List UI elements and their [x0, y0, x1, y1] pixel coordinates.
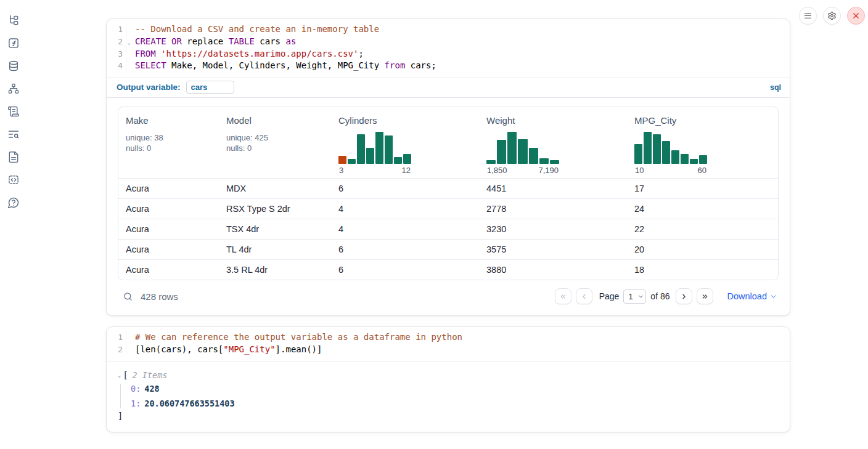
histogram-bar[interactable]	[403, 154, 411, 164]
table-cell: 3575	[479, 245, 627, 254]
histogram-bar[interactable]	[486, 160, 496, 164]
table-cell: Acura	[118, 204, 219, 214]
previous-page-button[interactable]	[576, 288, 592, 304]
file-tree-icon[interactable]	[7, 14, 20, 27]
histogram-bar[interactable]	[507, 132, 517, 164]
histogram-bar[interactable]	[644, 132, 652, 164]
line-number: 1	[107, 23, 126, 36]
first-page-button[interactable]	[555, 288, 571, 304]
table-row[interactable]: AcuraTL 4dr6357520	[118, 239, 778, 259]
histogram-bar[interactable]	[671, 150, 679, 164]
table-body: AcuraMDX6445117AcuraRSX Type S 2dr427782…	[118, 178, 778, 280]
column-header-mpg_city[interactable]: MPG_City1060	[627, 115, 778, 175]
code-text: [len(cars), cars["MPG_City"].mean()]	[126, 344, 322, 356]
table-cell: 3880	[479, 265, 627, 275]
axis-min-label: 1,850	[487, 166, 507, 175]
table-row[interactable]: AcuraRSX Type S 2dr4277824	[118, 198, 778, 219]
column-stats: unique: 425nulls: 0	[226, 133, 324, 153]
table-row[interactable]: AcuraMDX6445117	[118, 178, 778, 198]
table-row[interactable]: AcuraTSX 4dr4323022	[118, 219, 778, 239]
fold-chevron-icon[interactable]: ⌄	[128, 37, 131, 49]
table-cell: 22	[627, 224, 778, 234]
table-cell: Acura	[118, 265, 219, 275]
python-cell-output: ⌄ [ 2 Items 0:4281:20.060747663551403 ]	[107, 361, 790, 432]
search-icon[interactable]	[120, 291, 133, 302]
download-label: Download	[727, 291, 768, 301]
histogram-bar[interactable]	[539, 158, 549, 164]
data-table: Makeunique: 38nulls: 0Modelunique: 425nu…	[118, 107, 779, 280]
close-icon	[851, 11, 861, 20]
page-select[interactable]: 1	[623, 289, 646, 304]
output-variable-input[interactable]	[186, 81, 234, 94]
column-name: Model	[226, 115, 324, 126]
histogram-bar[interactable]	[699, 155, 707, 164]
line-number: 3	[107, 48, 126, 60]
histogram-bar[interactable]	[497, 140, 506, 164]
line-number: 2⌄	[107, 36, 126, 48]
histogram-bar[interactable]	[518, 139, 527, 164]
column-histogram: 1,8507,190	[486, 132, 559, 175]
table-row[interactable]: Acura3.5 RL 4dr6388018	[118, 259, 778, 280]
dependency-graph-icon[interactable]	[7, 82, 20, 95]
tree-toggle[interactable]: ⌄ [ 2 Items	[118, 370, 780, 380]
histogram-bar[interactable]	[690, 159, 698, 164]
menu-button[interactable]	[799, 7, 817, 25]
sql-code-editor[interactable]: 1-- Download a CSV and create an in-memo…	[107, 19, 790, 77]
table-cell: Acura	[118, 245, 219, 254]
output-variable-row: Output variable: sql	[107, 77, 790, 98]
code-text: FROM 'https://datasets.marimo.app/cars.c…	[126, 48, 364, 60]
python-code-editor[interactable]: 1# We can reference the output variable …	[107, 327, 790, 361]
histogram-bar[interactable]	[348, 159, 356, 164]
axis-min-label: 10	[635, 166, 644, 175]
column-histogram: 312	[338, 132, 411, 175]
tree-item: 0:428	[131, 384, 780, 394]
scratchpad-icon[interactable]	[7, 105, 20, 118]
documentation-icon[interactable]	[7, 150, 20, 164]
snippets-icon[interactable]	[7, 173, 20, 187]
histogram-bar[interactable]	[338, 156, 346, 164]
last-page-button[interactable]	[697, 288, 713, 304]
histogram-bar[interactable]	[634, 144, 642, 164]
histogram-bars	[486, 132, 559, 164]
axis-max-label: 12	[402, 166, 411, 175]
histogram-bar[interactable]	[366, 148, 374, 164]
histogram-bar[interactable]	[357, 134, 365, 164]
histogram-bar[interactable]	[550, 160, 559, 164]
table-cell: 18	[627, 265, 778, 275]
code-line: 3FROM 'https://datasets.marimo.app/cars.…	[107, 48, 790, 60]
histogram-bar[interactable]	[394, 157, 402, 164]
histogram-bar[interactable]	[662, 141, 670, 164]
column-header-make[interactable]: Makeunique: 38nulls: 0	[118, 115, 219, 175]
histogram-bar[interactable]	[385, 136, 393, 164]
column-stats: unique: 38nulls: 0	[126, 133, 211, 153]
sql-cell: 1-- Download a CSV and create an in-memo…	[106, 18, 790, 316]
axis-max-label: 7,190	[538, 166, 559, 175]
table-cell: 24	[627, 204, 778, 214]
functions-icon[interactable]	[7, 36, 20, 50]
table-cell: 4451	[479, 184, 627, 193]
logs-icon[interactable]	[7, 127, 20, 141]
page-label: Page	[599, 291, 620, 301]
datasources-icon[interactable]	[7, 59, 20, 73]
tree-item: 1:20.060747663551403	[131, 398, 780, 408]
code-line: 1-- Download a CSV and create an in-memo…	[107, 23, 790, 36]
page-total-label: of 86	[650, 291, 669, 301]
settings-button[interactable]	[823, 7, 841, 25]
output-variable-label: Output variable:	[117, 83, 181, 92]
close-button[interactable]	[847, 7, 865, 25]
column-header-weight[interactable]: Weight1,8507,190	[479, 115, 627, 175]
download-button[interactable]: Download	[727, 291, 778, 301]
line-number: 1	[107, 331, 126, 344]
table-cell: 6	[331, 265, 479, 275]
histogram-bar[interactable]	[681, 154, 689, 164]
chevron-down-icon: ⌄	[118, 372, 121, 378]
histogram-axis-labels: 312	[338, 166, 411, 175]
help-icon[interactable]	[7, 196, 20, 209]
column-header-model[interactable]: Modelunique: 425nulls: 0	[219, 115, 331, 175]
histogram-bar[interactable]	[529, 148, 538, 164]
row-count: 428 rows	[141, 291, 178, 302]
histogram-bar[interactable]	[375, 132, 383, 164]
next-page-button[interactable]	[676, 288, 692, 304]
column-header-cylinders[interactable]: Cylinders312	[331, 115, 479, 175]
histogram-bar[interactable]	[653, 134, 661, 164]
